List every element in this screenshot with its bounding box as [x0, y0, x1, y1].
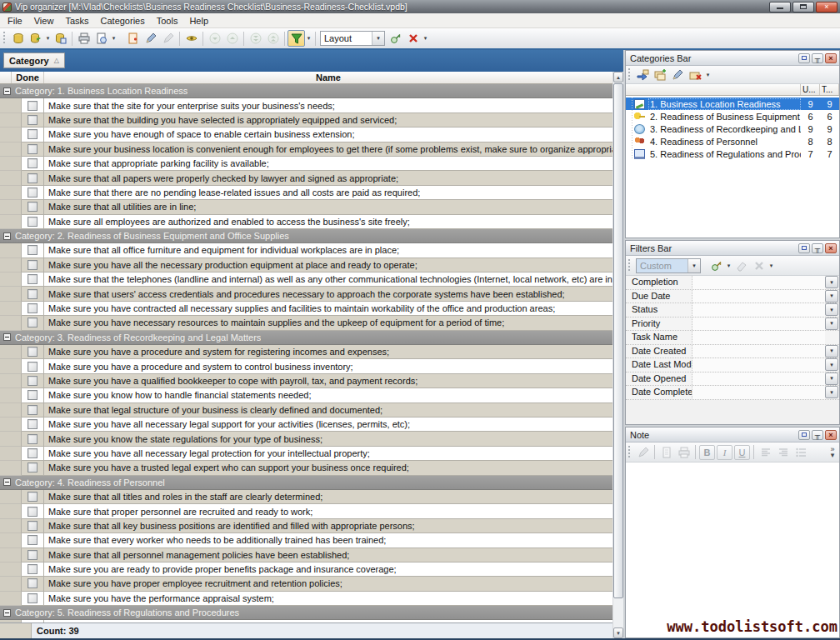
done-checkbox[interactable] [28, 274, 38, 284]
task-name[interactable]: Make sure you are ready to provide prope… [44, 562, 612, 577]
task-name[interactable]: Make sure you have a trusted legal exper… [44, 461, 612, 475]
task-name[interactable]: Make sure all employees are authorized a… [44, 215, 612, 229]
task-row[interactable]: Make sure you have a trusted legal exper… [0, 461, 612, 475]
task-row[interactable]: Make sure you have a qualified bookkeepe… [0, 374, 612, 388]
done-checkbox[interactable] [28, 217, 38, 227]
align-right-button[interactable] [774, 444, 792, 461]
note-edit-button[interactable] [634, 444, 652, 461]
delete-category-button[interactable] [687, 67, 704, 83]
toolbar-grip[interactable] [628, 259, 632, 272]
done-cell[interactable] [22, 272, 44, 287]
task-row[interactable]: Make sure you have contracted all necess… [0, 302, 612, 316]
italic-button[interactable]: I [717, 445, 732, 460]
toolbar-overflow-dropdown[interactable]: ▾ [422, 30, 429, 47]
done-checkbox[interactable] [28, 507, 38, 517]
panel-pin-button[interactable]: ╥ [812, 243, 823, 253]
done-checkbox[interactable] [28, 376, 38, 386]
done-cell[interactable] [22, 374, 44, 388]
done-checkbox[interactable] [28, 578, 38, 588]
category-group-row[interactable]: Category: 5. Readiness of Regulations an… [0, 606, 612, 620]
edit-category-button[interactable] [669, 67, 687, 83]
done-checkbox[interactable] [28, 289, 38, 299]
scroll-down-icon[interactable]: ▼ [613, 628, 623, 638]
collapse-icon[interactable] [3, 609, 11, 617]
delete-layout-button[interactable] [404, 30, 422, 47]
task-name[interactable]: Make sure you have proper employee recru… [44, 577, 612, 591]
done-cell[interactable] [22, 215, 44, 229]
task-name[interactable]: Make sure you have a qualified bookkeepe… [44, 374, 612, 388]
categories-toolbar-dropdown[interactable]: ▾ [704, 67, 712, 83]
filter-dropdown-button[interactable]: ▾ [825, 386, 838, 398]
done-cell[interactable] [22, 577, 44, 591]
done-cell[interactable] [22, 171, 44, 185]
task-name[interactable]: Make sure that every worker who needs to… [44, 533, 612, 548]
task-row[interactable]: Make sure that every worker who needs to… [0, 533, 612, 548]
column-header-done[interactable]: Done [12, 72, 44, 83]
bullet-list-button[interactable] [792, 444, 809, 461]
filter-dropdown-button[interactable]: ▾ [825, 318, 838, 330]
new-category-button[interactable] [652, 67, 669, 83]
save-filter-dropdown[interactable]: ▾ [725, 258, 732, 274]
done-cell[interactable] [22, 562, 44, 577]
save-filter-button[interactable] [708, 258, 725, 274]
filter-dropdown-button[interactable]: ▾ [825, 345, 838, 358]
task-row[interactable]: Make sure you are ready to provide prope… [0, 562, 612, 577]
task-row[interactable]: Make sure that all personnel management … [0, 548, 612, 562]
done-checkbox[interactable] [28, 564, 38, 574]
task-name[interactable]: Make sure that appropriate parking facil… [44, 157, 612, 171]
done-cell[interactable] [22, 519, 44, 533]
done-cell[interactable] [22, 533, 44, 548]
task-name[interactable]: Make sure you have all the necessary pro… [44, 258, 612, 272]
task-row[interactable]: Make sure that all papers were properly … [0, 171, 612, 185]
filter-preset-dropdown[interactable]: ▾ [688, 259, 700, 272]
task-row[interactable]: Make sure all employees are authorized a… [0, 215, 612, 229]
panel-pin-button[interactable]: ╥ [812, 430, 823, 440]
task-row[interactable]: Make sure that legal structure of your b… [0, 403, 612, 418]
task-row[interactable]: Make sure that proper personnel are recr… [0, 504, 612, 518]
menu-item-file[interactable]: File [2, 15, 28, 27]
done-cell[interactable] [22, 157, 44, 171]
task-name[interactable]: Make sure that all office furniture and … [44, 243, 612, 258]
task-name[interactable]: Make sure that the telephones (landline … [44, 272, 612, 287]
total-column-header[interactable]: T... [820, 84, 839, 95]
done-checkbox[interactable] [28, 405, 38, 415]
close-button[interactable]: × [816, 2, 838, 12]
print-dropdown[interactable]: ▾ [110, 30, 118, 47]
panel-expand-button[interactable] [798, 243, 810, 253]
new-database-button[interactable] [9, 30, 27, 47]
done-cell[interactable] [22, 388, 44, 402]
task-row[interactable]: Make sure you know the state regulations… [0, 432, 612, 446]
view-tasks-button[interactable] [182, 30, 200, 47]
menu-item-categories[interactable]: Categories [95, 15, 151, 27]
filter-dropdown-button[interactable]: ▾ [825, 358, 838, 371]
note-preview-button[interactable] [658, 444, 675, 461]
task-row[interactable]: Make sure you have necessary resources t… [0, 316, 612, 330]
done-checkbox[interactable] [28, 550, 38, 560]
filter-value-field[interactable] [692, 290, 825, 303]
panel-expand-button[interactable] [798, 53, 810, 63]
panel-close-button[interactable]: × [825, 430, 837, 440]
done-checkbox[interactable] [28, 318, 38, 328]
scroll-up-icon[interactable]: ▲ [613, 72, 623, 82]
toolbar-grip[interactable] [628, 68, 632, 82]
done-checkbox[interactable] [28, 202, 38, 212]
done-cell[interactable] [22, 186, 44, 200]
category-group-row[interactable]: Category: 2. Readiness of Business Equip… [0, 229, 612, 243]
done-cell[interactable] [22, 243, 44, 258]
task-name[interactable]: Make sure that legal structure of your b… [44, 403, 612, 418]
done-checkbox[interactable] [28, 593, 38, 603]
task-name[interactable]: Make sure that all titles and roles in t… [44, 490, 612, 504]
task-row[interactable]: Make sure that the building you have sel… [0, 113, 612, 128]
task-row[interactable]: Make sure you have all necessary legal p… [0, 447, 612, 461]
task-name[interactable]: Make sure that there are no pending leas… [44, 186, 612, 200]
task-name[interactable]: Make sure you have all necessary legal p… [44, 447, 612, 461]
filter-dropdown[interactable]: ▾ [305, 30, 312, 47]
note-content[interactable] [626, 462, 839, 638]
done-checkbox[interactable] [28, 390, 38, 400]
filter-value-field[interactable] [692, 358, 825, 372]
panel-pin-button[interactable]: ╥ [812, 53, 823, 63]
task-row[interactable]: Make sure you know how to handle financi… [0, 388, 612, 402]
filter-dropdown-button[interactable]: ▾ [825, 372, 838, 385]
collapse-icon[interactable] [3, 478, 11, 486]
task-row[interactable]: Make sure that appropriate parking facil… [0, 157, 612, 171]
